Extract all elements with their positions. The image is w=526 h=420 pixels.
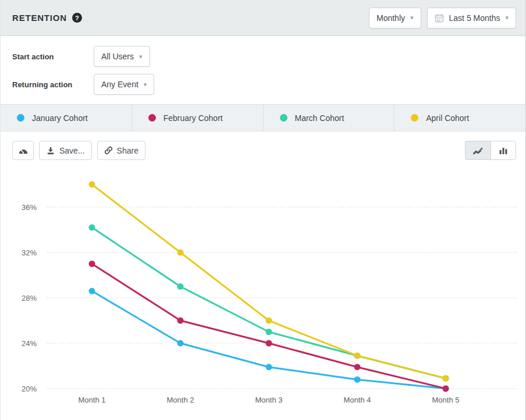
bar-chart-icon [499, 147, 508, 155]
svg-text:28%: 28% [22, 294, 37, 302]
calendar-icon [435, 13, 444, 23]
title-wrap: RETENTION ? [12, 13, 82, 23]
start-action-value: All Users [101, 52, 134, 61]
start-action-label: Start action [12, 52, 94, 61]
svg-text:Month 3: Month 3 [255, 396, 283, 404]
february-dot-icon [148, 114, 156, 122]
legend-item-january[interactable]: January Cohort [1, 105, 132, 131]
header-bar: RETENTION ? Monthly ▾ Last 5 Months ▾ [1, 0, 525, 36]
date-range-dropdown[interactable]: Last 5 Months ▾ [427, 8, 516, 29]
chart-toolbar: Save... Share [12, 141, 516, 160]
granularity-value: Monthly [376, 13, 405, 23]
chevron-down-icon: ▾ [410, 15, 414, 21]
save-label: Save... [59, 146, 85, 155]
line-chart-icon [472, 146, 484, 155]
date-range-value: Last 5 Months [449, 13, 500, 23]
share-label: Share [117, 146, 138, 155]
chevron-down-icon: ▾ [139, 54, 143, 60]
chart-type-toggle [465, 141, 516, 160]
legend-label: April Cohort [426, 113, 469, 123]
chevron-down-icon: ▾ [144, 81, 147, 88]
download-icon [46, 146, 55, 155]
help-icon[interactable]: ? [72, 13, 82, 23]
filters-panel: Start action All Users ▾ Returning actio… [1, 36, 525, 104]
start-action-row: Start action All Users ▾ [12, 46, 525, 67]
legend-label: February Cohort [164, 113, 223, 123]
returning-action-label: Returning action [12, 80, 94, 89]
link-icon [104, 146, 113, 155]
svg-text:Month 4: Month 4 [344, 396, 371, 404]
returning-action-dropdown[interactable]: Any Event ▾ [94, 74, 154, 95]
svg-text:24%: 24% [22, 339, 37, 348]
svg-text:Month 5: Month 5 [432, 396, 460, 404]
line-chart-toggle[interactable] [465, 141, 491, 160]
returning-action-row: Returning action Any Event ▾ [12, 74, 525, 95]
chevron-down-icon: ▾ [505, 15, 509, 21]
legend-item-march[interactable]: March Cohort [264, 105, 395, 131]
legend-item-february[interactable]: February Cohort [132, 105, 264, 131]
january-dot-icon [17, 114, 24, 122]
cohort-legend: January Cohort February Cohort March Coh… [1, 104, 525, 131]
svg-text:20%: 20% [22, 385, 37, 393]
svg-text:32%: 32% [22, 248, 37, 257]
svg-text:Month 1: Month 1 [79, 396, 106, 404]
march-dot-icon [280, 114, 287, 122]
legend-item-april[interactable]: April Cohort [394, 105, 525, 131]
page-title: RETENTION [12, 13, 67, 23]
add-to-dashboard-button[interactable] [12, 141, 34, 160]
dashboard-gauge-icon [18, 146, 29, 155]
granularity-dropdown[interactable]: Monthly ▾ [369, 8, 421, 29]
start-action-dropdown[interactable]: All Users ▾ [94, 46, 150, 67]
legend-label: March Cohort [295, 113, 344, 123]
bar-chart-toggle[interactable] [491, 141, 516, 160]
april-dot-icon [411, 114, 418, 122]
share-button[interactable]: Share [97, 141, 145, 160]
svg-text:36%: 36% [22, 203, 37, 212]
header-controls: Monthly ▾ Last 5 Months ▾ [369, 8, 516, 29]
returning-action-value: Any Event [101, 80, 138, 89]
retention-line-chart: 36%32%28%24%20%Month 1Month 2Month 3Mont… [1, 131, 526, 419]
svg-text:Month 2: Month 2 [167, 396, 194, 404]
chart-section: Save... Share [1, 131, 525, 419]
save-button[interactable]: Save... [39, 141, 92, 160]
legend-label: January Cohort [32, 113, 88, 123]
